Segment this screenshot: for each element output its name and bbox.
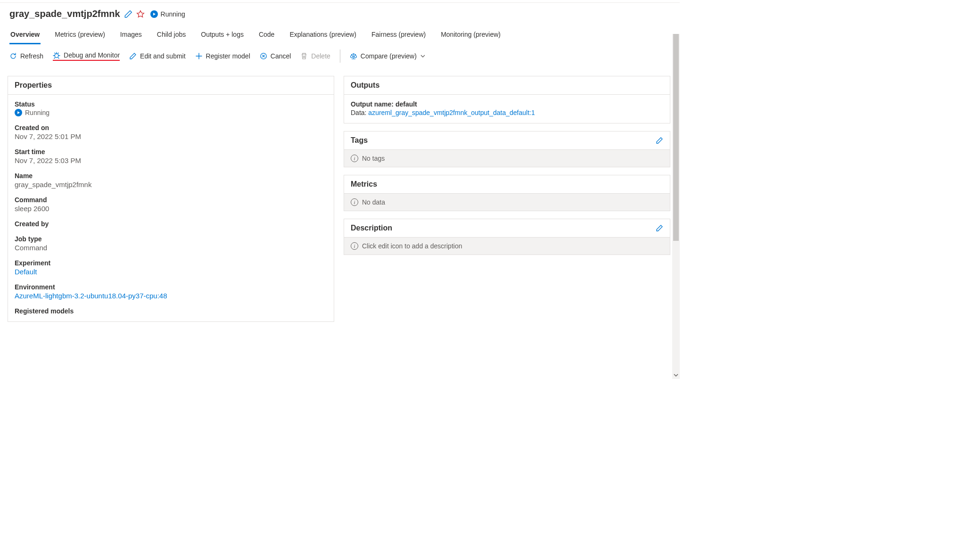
- status-badge: Running: [150, 10, 185, 18]
- output-data-link[interactable]: azureml_gray_spade_vmtjp2fmnk_output_dat…: [368, 109, 535, 116]
- tab-overview[interactable]: Overview: [9, 26, 41, 44]
- properties-card: Properties Status Running Created on Nov…: [8, 76, 334, 322]
- prop-command-value: sleep 2600: [15, 205, 327, 213]
- tab-outputs-logs[interactable]: Outputs + logs: [200, 26, 245, 44]
- register-model-button[interactable]: Register model: [195, 52, 250, 60]
- prop-registeredmodels-label: Registered models: [15, 307, 327, 315]
- metrics-empty: No data: [362, 198, 385, 206]
- scrollbar-down-icon[interactable]: [672, 371, 680, 379]
- tab-metrics[interactable]: Metrics (preview): [54, 26, 106, 44]
- compare-button[interactable]: Compare (preview): [350, 52, 426, 60]
- info-icon: i: [351, 242, 358, 250]
- edit-description-icon[interactable]: [656, 224, 663, 232]
- tags-empty: No tags: [362, 155, 385, 162]
- chevron-down-icon: [420, 53, 426, 59]
- bug-icon: [53, 51, 60, 59]
- delete-button[interactable]: Delete: [300, 52, 330, 60]
- running-icon: [15, 109, 22, 116]
- scrollbar[interactable]: [672, 34, 680, 379]
- edit-title-icon[interactable]: [124, 10, 132, 18]
- outputs-card: Outputs Output name: default Data: azure…: [344, 76, 670, 123]
- prop-createdon-value: Nov 7, 2022 5:01 PM: [15, 132, 327, 140]
- toolbar: Refresh Debug and Monitor Edit and submi…: [0, 45, 680, 67]
- tab-explanations[interactable]: Explanations (preview): [288, 26, 357, 44]
- edit-submit-button[interactable]: Edit and submit: [129, 52, 186, 60]
- pencil-icon: [129, 52, 137, 60]
- scrollbar-thumb[interactable]: [673, 34, 679, 241]
- prop-starttime-value: Nov 7, 2022 5:03 PM: [15, 156, 327, 164]
- trash-icon: [300, 52, 308, 60]
- prop-status-value: Running: [15, 109, 327, 116]
- tab-monitoring[interactable]: Monitoring (preview): [440, 26, 502, 44]
- prop-name-value: gray_spade_vmtjp2fmnk: [15, 181, 327, 189]
- edit-tags-icon[interactable]: [656, 137, 663, 144]
- tab-images[interactable]: Images: [119, 26, 143, 44]
- status-text: Running: [161, 10, 185, 18]
- description-empty: Click edit icon to add a description: [362, 242, 462, 250]
- tags-card: Tags i No tags: [344, 131, 670, 167]
- tab-fairness[interactable]: Fairness (preview): [371, 26, 427, 44]
- properties-header: Properties: [8, 76, 334, 95]
- prop-command-label: Command: [15, 196, 327, 204]
- favorite-star-icon[interactable]: [136, 10, 145, 18]
- prop-jobtype-value: Command: [15, 244, 327, 252]
- prop-starttime-label: Start time: [15, 148, 327, 156]
- plus-icon: [195, 52, 203, 60]
- prop-name-label: Name: [15, 172, 327, 180]
- refresh-icon: [9, 52, 17, 60]
- scale-icon: [350, 52, 357, 60]
- outputs-header: Outputs: [344, 76, 670, 95]
- prop-experiment-value[interactable]: Default: [15, 268, 327, 276]
- prop-jobtype-label: Job type: [15, 235, 327, 243]
- tab-bar: Overview Metrics (preview) Images Child …: [0, 22, 680, 45]
- metrics-card: Metrics i No data: [344, 175, 670, 211]
- output-name: Output name: default: [351, 100, 663, 108]
- tags-header: Tags: [351, 136, 368, 145]
- job-title: gray_spade_vmtjp2fmnk: [9, 8, 120, 19]
- refresh-button[interactable]: Refresh: [9, 52, 43, 60]
- prop-createdby-label: Created by: [15, 220, 327, 228]
- tab-child-jobs[interactable]: Child jobs: [156, 26, 187, 44]
- cancel-button[interactable]: Cancel: [260, 52, 291, 60]
- running-icon: [150, 10, 158, 18]
- debug-monitor-button[interactable]: Debug and Monitor: [53, 51, 120, 61]
- metrics-header: Metrics: [344, 175, 670, 194]
- info-icon: i: [351, 198, 358, 206]
- prop-experiment-label: Experiment: [15, 259, 327, 267]
- prop-status-label: Status: [15, 100, 327, 108]
- output-data-prefix: Data:: [351, 109, 368, 116]
- svg-point-0: [55, 54, 58, 57]
- description-header: Description: [351, 224, 392, 232]
- description-card: Description i Click edit icon to add a d…: [344, 219, 670, 255]
- prop-createdon-label: Created on: [15, 124, 327, 131]
- prop-environment-value[interactable]: AzureML-lightgbm-3.2-ubuntu18.04-py37-cp…: [15, 292, 327, 300]
- toolbar-divider: [340, 49, 340, 63]
- info-icon: i: [351, 155, 358, 162]
- prop-environment-label: Environment: [15, 283, 327, 291]
- tab-code[interactable]: Code: [258, 26, 275, 44]
- cancel-icon: [260, 52, 267, 60]
